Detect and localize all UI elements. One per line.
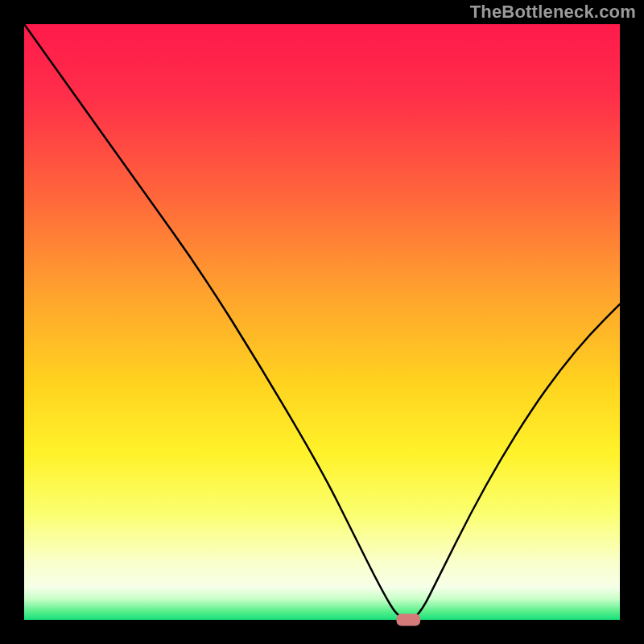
- plot-background: [24, 24, 620, 620]
- optimal-point-marker: [397, 614, 421, 626]
- bottleneck-chart: [0, 0, 644, 644]
- watermark-text: TheBottleneck.com: [470, 2, 636, 23]
- chart-frame: TheBottleneck.com: [0, 0, 644, 644]
